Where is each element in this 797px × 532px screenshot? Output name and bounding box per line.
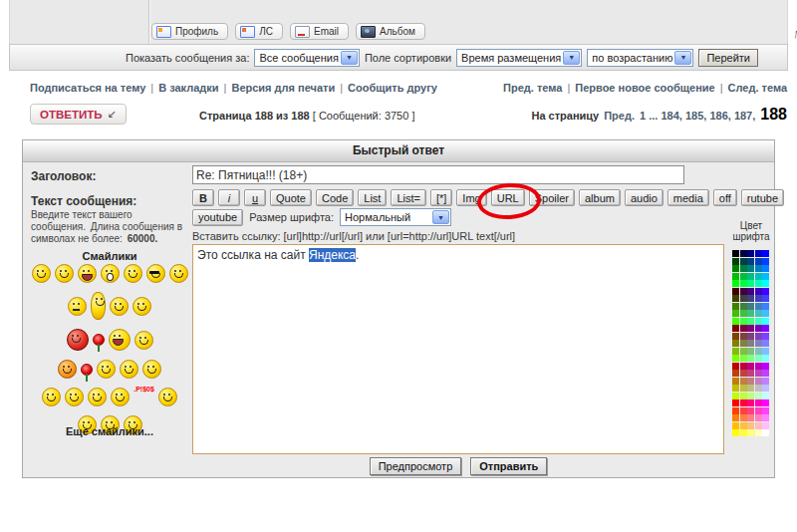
submit-button[interactable]: Отправить xyxy=(470,457,547,475)
palette-color[interactable] xyxy=(747,422,754,429)
laugh-smiley-icon[interactable] xyxy=(78,264,97,283)
palette-color[interactable] xyxy=(732,385,739,392)
palette-color[interactable] xyxy=(755,399,762,406)
smile-smiley-icon[interactable] xyxy=(133,297,151,316)
palette-color[interactable] xyxy=(747,333,754,340)
palette-color[interactable] xyxy=(762,414,769,421)
palette-color[interactable] xyxy=(762,429,769,436)
palette-color[interactable] xyxy=(755,303,762,310)
page-link[interactable]: 1 xyxy=(640,110,646,122)
palette-color[interactable] xyxy=(755,385,762,392)
palette-color[interactable] xyxy=(755,310,762,317)
more-smilies-link[interactable]: Еще смайлики... xyxy=(31,425,188,437)
palette-color[interactable] xyxy=(747,265,754,272)
palette-color[interactable] xyxy=(755,363,762,370)
plain-smiley-icon[interactable] xyxy=(65,388,84,406)
clown-smiley-icon[interactable] xyxy=(134,331,153,350)
palette-color[interactable] xyxy=(755,325,762,332)
reply-button[interactable]: ОТВЕТИТЬ ↙ xyxy=(30,104,127,125)
scared-smiley-icon[interactable] xyxy=(42,388,61,406)
palette-color[interactable] xyxy=(747,407,754,414)
palette-color[interactable] xyxy=(747,363,754,370)
topic-link[interactable]: Первое новое сообщение xyxy=(575,82,714,94)
bbcode-u-button[interactable]: u xyxy=(244,189,266,206)
palette-color[interactable] xyxy=(740,414,747,421)
palette-color[interactable] xyxy=(762,370,769,377)
page-link[interactable]: 187, xyxy=(734,110,755,122)
bbcode-url-button[interactable]: URL xyxy=(491,189,525,206)
palette-color[interactable] xyxy=(762,348,769,355)
palette-color[interactable] xyxy=(740,265,747,272)
halo-smiley-icon[interactable] xyxy=(32,264,51,283)
page-link[interactable]: 185, xyxy=(685,110,706,122)
bbcode-img-button[interactable]: Img xyxy=(456,189,486,206)
show-posts-select[interactable]: Все сообщения xyxy=(254,49,359,67)
album-button[interactable]: Альбом xyxy=(356,23,425,40)
palette-color[interactable] xyxy=(762,258,769,265)
eat-smiley-icon[interactable] xyxy=(169,264,188,283)
scroll-top-icon[interactable]: ↑ xyxy=(791,26,797,41)
palette-color[interactable] xyxy=(747,370,754,377)
cool-smiley-icon[interactable] xyxy=(146,264,165,283)
bbcode-code-button[interactable]: Code xyxy=(316,189,354,206)
palette-color[interactable] xyxy=(755,288,762,295)
bbcode-list-button[interactable]: List xyxy=(358,189,387,206)
palette-color[interactable] xyxy=(762,265,769,272)
bbcode-youtube-button[interactable]: youtube xyxy=(192,209,243,226)
palette-color[interactable] xyxy=(732,355,739,362)
laugh-smiley-icon[interactable] xyxy=(109,329,131,351)
preview-button[interactable]: Предпросмотр xyxy=(370,457,462,475)
palette-color[interactable] xyxy=(747,258,754,265)
palette-color[interactable] xyxy=(740,310,747,317)
palette-color[interactable] xyxy=(732,393,739,399)
palette-color[interactable] xyxy=(762,393,769,399)
palette-color[interactable] xyxy=(740,340,747,347)
palette-color[interactable] xyxy=(732,265,739,272)
palette-color[interactable] xyxy=(740,385,747,392)
palette-color[interactable] xyxy=(762,378,769,385)
sort-order-select[interactable]: по возрастанию xyxy=(587,49,693,67)
palette-color[interactable] xyxy=(732,340,739,347)
bbcode-rutube-button[interactable]: rutube xyxy=(741,189,784,206)
palette-color[interactable] xyxy=(755,429,762,436)
palette-color[interactable] xyxy=(747,340,754,347)
palette-color[interactable] xyxy=(762,355,769,362)
palette-color[interactable] xyxy=(740,325,747,332)
palette-color[interactable] xyxy=(755,378,762,385)
palette-color[interactable] xyxy=(755,355,762,362)
palette-color[interactable] xyxy=(740,370,747,377)
palette-color[interactable] xyxy=(755,422,762,429)
palette-color[interactable] xyxy=(732,333,739,340)
palette-color[interactable] xyxy=(747,273,754,280)
palette-color[interactable] xyxy=(762,363,769,370)
page-link[interactable]: ... xyxy=(649,110,658,122)
rose-smiley-icon[interactable] xyxy=(93,334,105,346)
palette-color[interactable] xyxy=(747,288,754,295)
bbcode-off-button[interactable]: off xyxy=(713,189,737,206)
palette-color[interactable] xyxy=(732,295,739,302)
sos-smiley-icon[interactable] xyxy=(158,388,177,406)
topic-link[interactable]: След. тема xyxy=(728,82,787,94)
topic-link[interactable]: Версия для печати xyxy=(231,82,335,94)
palette-color[interactable] xyxy=(755,414,762,421)
palette-color[interactable] xyxy=(732,310,739,317)
profile-button[interactable]: Профиль xyxy=(151,23,228,40)
palette-color[interactable] xyxy=(762,250,769,257)
palette-color[interactable] xyxy=(747,385,754,392)
palette-color[interactable] xyxy=(740,355,747,362)
bbcode-audio-button[interactable]: audio xyxy=(625,189,664,206)
hot-smiley-icon[interactable] xyxy=(58,360,77,379)
prev-page-link[interactable]: Пред. xyxy=(604,110,635,122)
palette-color[interactable] xyxy=(755,407,762,414)
palette-color[interactable] xyxy=(732,399,739,406)
subject-input[interactable] xyxy=(192,165,684,184)
palette-color[interactable] xyxy=(732,303,739,310)
email-button[interactable]: Email xyxy=(290,23,349,40)
palette-color[interactable] xyxy=(762,288,769,295)
palette-color[interactable] xyxy=(755,370,762,377)
palette-color[interactable] xyxy=(747,310,754,317)
palette-color[interactable] xyxy=(755,295,762,302)
beer-smiley-icon[interactable] xyxy=(120,360,138,379)
palette-color[interactable] xyxy=(755,265,762,272)
bbcode-media-button[interactable]: media xyxy=(667,189,709,206)
